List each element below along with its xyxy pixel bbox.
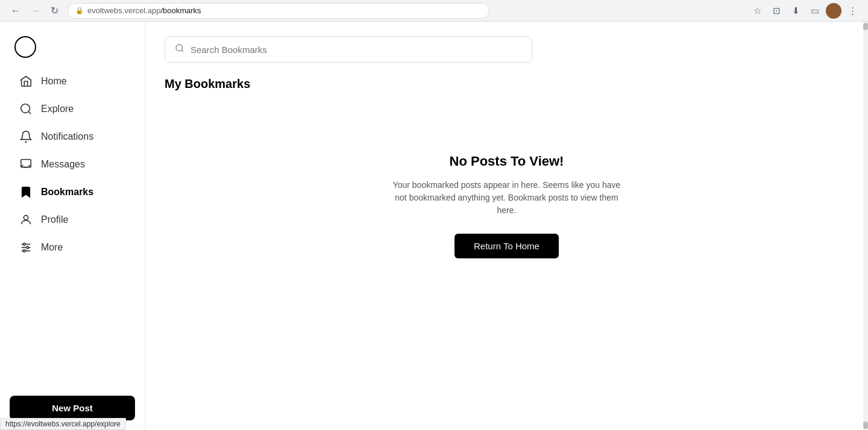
- sidebar-item-notifications[interactable]: Notifications: [5, 123, 140, 151]
- sidebar-item-label-more: More: [41, 242, 63, 253]
- forward-button[interactable]: →: [27, 2, 43, 19]
- star-button[interactable]: ☆: [749, 2, 766, 19]
- message-icon: [19, 158, 33, 171]
- svg-point-2: [24, 216, 28, 220]
- lock-icon: 🔒: [75, 7, 84, 14]
- scroll-thumb-top[interactable]: [863, 23, 868, 30]
- address-bar[interactable]: 🔒 evoltwebs.vercel.app/bookmarks: [68, 3, 489, 19]
- scroll-thumb-bottom[interactable]: [863, 422, 868, 429]
- new-post-button[interactable]: New Post: [10, 396, 135, 420]
- sidebar-item-label-home: Home: [41, 76, 67, 87]
- reload-button[interactable]: ↻: [46, 2, 63, 19]
- download-button[interactable]: ⬇: [787, 2, 804, 19]
- svg-point-9: [176, 45, 183, 51]
- url-text: evoltwebs.vercel.app/bookmarks: [87, 6, 201, 15]
- sidebar-item-home[interactable]: Home: [5, 67, 140, 95]
- sliders-icon: [19, 241, 33, 254]
- tablet-button[interactable]: ▭: [807, 2, 823, 19]
- empty-state-title: No Posts To View!: [450, 154, 564, 169]
- logo-circle: [14, 36, 36, 58]
- explore-icon: [19, 102, 33, 116]
- sidebar-item-explore[interactable]: Explore: [5, 95, 140, 123]
- browser-chrome: ← → ↻ 🔒 evoltwebs.vercel.app/bookmarks ☆…: [0, 0, 868, 22]
- sidebar: Home Explore Notifications Messages: [0, 22, 145, 430]
- main-content: My Bookmarks No Posts To View! Your book…: [145, 22, 868, 430]
- home-icon: [19, 75, 33, 88]
- scroll-track[interactable]: [863, 22, 868, 430]
- sidebar-item-bookmarks[interactable]: Bookmarks: [5, 178, 140, 206]
- screenshot-button[interactable]: ⊡: [768, 2, 785, 19]
- browser-right-icons: ☆ ⊡ ⬇ ▭ ⋮: [749, 2, 861, 19]
- sidebar-item-label-profile: Profile: [41, 214, 68, 225]
- back-button[interactable]: ←: [7, 2, 24, 19]
- search-input[interactable]: [190, 45, 522, 55]
- sidebar-item-profile[interactable]: Profile: [5, 206, 140, 234]
- sidebar-item-label-bookmarks: Bookmarks: [41, 187, 93, 198]
- svg-point-0: [21, 104, 30, 113]
- status-tooltip: https://evoltwebs.vercel.app/explore: [0, 418, 126, 430]
- sidebar-nav: Home Explore Notifications Messages: [0, 67, 145, 386]
- browser-profile-button[interactable]: [826, 3, 841, 19]
- search-icon: [175, 43, 184, 55]
- app-layout: Home Explore Notifications Messages: [0, 22, 868, 430]
- svg-point-8: [23, 250, 25, 252]
- sidebar-item-label-notifications: Notifications: [41, 131, 93, 142]
- sidebar-item-messages[interactable]: Messages: [5, 151, 140, 178]
- svg-point-7: [27, 246, 29, 249]
- return-to-home-button[interactable]: Return To Home: [454, 234, 559, 258]
- user-icon: [19, 213, 33, 226]
- menu-button[interactable]: ⋮: [844, 2, 861, 19]
- sidebar-item-label-explore: Explore: [41, 104, 74, 114]
- sidebar-logo: [0, 31, 145, 67]
- bookmark-icon: [19, 185, 33, 199]
- empty-state: No Posts To View! Your bookmarked posts …: [145, 105, 868, 282]
- content-area: My Bookmarks: [145, 22, 688, 105]
- browser-nav-buttons: ← → ↻: [7, 2, 63, 19]
- sidebar-item-label-messages: Messages: [41, 159, 85, 170]
- sidebar-item-more[interactable]: More: [5, 234, 140, 261]
- bell-icon: [19, 130, 33, 143]
- svg-point-6: [23, 243, 25, 246]
- search-bar[interactable]: [165, 36, 532, 63]
- empty-state-description: Your bookmarked posts appear in here. Se…: [386, 179, 627, 217]
- page-title: My Bookmarks: [165, 77, 668, 91]
